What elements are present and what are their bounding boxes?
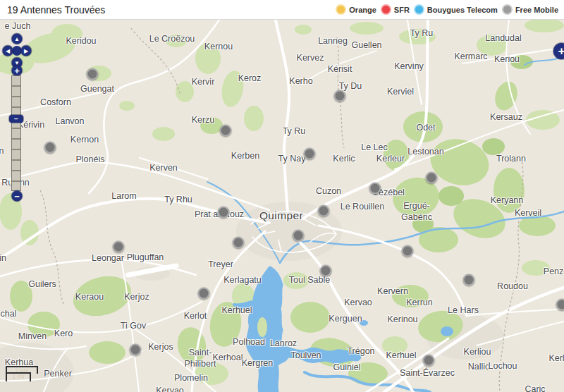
arrow-right-icon: ▶	[24, 48, 28, 54]
antenna-marker[interactable]	[198, 288, 210, 300]
antenna-marker[interactable]	[44, 142, 56, 154]
minus-icon: −	[14, 116, 18, 123]
antenna-map-app: 19 Antennes Trouvées Orange SFR Bouygues…	[0, 0, 564, 392]
minus-icon: −	[14, 192, 20, 201]
operator-dot-icon	[502, 4, 513, 15]
antenna-marker[interactable]	[334, 90, 346, 102]
antenna-marker[interactable]	[304, 148, 316, 160]
legend-item: SFR	[381, 4, 410, 15]
antenna-marker[interactable]	[463, 274, 475, 286]
arrow-up-icon: ▲	[14, 36, 20, 42]
page-title: 19 Antennes Trouvées	[7, 4, 105, 16]
plus-icon: +	[14, 66, 20, 75]
antenna-marker[interactable]	[130, 344, 142, 356]
antenna-marker[interactable]	[556, 299, 564, 311]
antenna-marker[interactable]	[113, 241, 125, 253]
operator-dot-icon	[414, 4, 424, 15]
operator-dot-icon	[381, 4, 391, 15]
operator-dot-icon	[336, 4, 346, 15]
pan-right-button[interactable]: ▶	[21, 46, 32, 56]
pan-up-button[interactable]: ▲	[12, 34, 23, 44]
legend-label: SFR	[394, 6, 410, 14]
antenna-marker[interactable]	[293, 230, 305, 242]
zoom-out-button[interactable]: −	[12, 191, 23, 202]
map-canvas[interactable]: e JuchKeridouLe CroëzouKernouLannegGuell…	[0, 20, 564, 392]
antenna-marker[interactable]	[320, 265, 332, 277]
zoom-in-button[interactable]: +	[12, 66, 23, 76]
antenna-marker[interactable]	[426, 172, 438, 184]
arrow-left-icon: ◀	[6, 48, 10, 54]
antenna-marker[interactable]	[233, 237, 245, 249]
legend-label: Free Mobile	[515, 6, 558, 14]
operator-legend: Orange SFR Bouygues Telecom Free Mobile	[336, 4, 558, 15]
antenna-marker[interactable]	[402, 245, 414, 257]
legend-label: Orange	[349, 6, 376, 14]
legend-item: Bouygues Telecom	[414, 4, 498, 15]
antenna-marker[interactable]	[423, 355, 435, 367]
legend-item: Free Mobile	[502, 4, 558, 15]
pan-left-button[interactable]: ◀	[3, 46, 13, 56]
antenna-marker[interactable]	[220, 125, 232, 137]
antenna-marker[interactable]	[87, 68, 99, 80]
antenna-marker[interactable]	[218, 207, 230, 219]
zoom-slider-handle[interactable]: −	[9, 115, 23, 123]
antenna-marker[interactable]	[318, 205, 330, 217]
antenna-markers-layer	[0, 20, 564, 392]
zoom-slider-track[interactable]	[11, 75, 21, 191]
legend-item: Orange	[336, 4, 376, 15]
header: 19 Antennes Trouvées Orange SFR Bouygues…	[0, 0, 564, 20]
antenna-marker[interactable]	[369, 183, 381, 195]
legend-label: Bouygues Telecom	[427, 6, 498, 14]
plus-icon: +	[558, 44, 564, 59]
